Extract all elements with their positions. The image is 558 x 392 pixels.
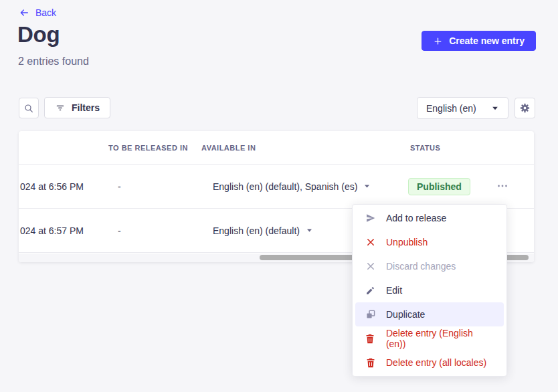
menu-item-unpublish[interactable]: Unpublish	[355, 230, 504, 254]
column-header-status: STATUS	[410, 131, 440, 165]
search-icon	[23, 103, 34, 114]
menu-item-edit[interactable]: Edit	[355, 278, 504, 302]
menu-item-label: Duplicate	[386, 309, 425, 320]
plus-icon	[433, 36, 443, 46]
cell-date: 024 at 6:57 PM	[20, 209, 84, 252]
column-header-to-be-released-in: TO BE RELEASED IN	[108, 131, 188, 165]
available-in-value: English (en) (default), Spanish (es)	[213, 181, 357, 192]
page-title: Dog	[17, 22, 60, 47]
menu-item-delete-entry-all-locales[interactable]: Delete entry (all locales)	[355, 351, 504, 375]
chevron-down-icon	[363, 183, 371, 190]
cell-available-in[interactable]: English (en) (default), Spanish (es)	[213, 165, 371, 208]
menu-item-label: Delete entry (all locales)	[386, 357, 486, 368]
create-new-entry-button[interactable]: Create new entry	[422, 31, 536, 51]
locale-select[interactable]: English (en)	[417, 97, 508, 119]
available-in-value: English (en) (default)	[213, 225, 300, 236]
menu-item-add-to-release[interactable]: Add to release	[355, 206, 504, 230]
filter-lines-icon	[55, 102, 66, 113]
create-new-entry-label: Create new entry	[449, 35, 525, 46]
menu-item-label: Edit	[386, 285, 402, 296]
menu-item-duplicate[interactable]: Duplicate	[355, 302, 504, 326]
menu-item-discard-changes: Discard changes	[355, 254, 504, 278]
back-link[interactable]: Back	[19, 7, 56, 18]
arrow-left-icon	[19, 7, 29, 18]
back-label: Back	[35, 7, 56, 18]
more-horizontal-icon	[497, 184, 508, 188]
cell-to-be-released-in: -	[118, 209, 121, 252]
cell-to-be-released-in: -	[118, 165, 121, 208]
row-actions-menu: Add to release Unpublish Discard changes…	[352, 204, 507, 377]
locale-selected-value: English (en)	[426, 103, 476, 114]
table-header-row: TO BE RELEASED IN AVAILABLE IN STATUS	[19, 131, 534, 165]
cell-status: Published	[408, 165, 470, 208]
column-header-available-in: AVAILABLE IN	[201, 131, 256, 165]
row-actions-button[interactable]	[487, 176, 518, 196]
entries-count: 2 entries found	[18, 56, 89, 68]
cross-icon	[365, 262, 376, 271]
cell-date: 024 at 6:56 PM	[20, 165, 84, 208]
menu-item-label: Delete entry (English (en))	[386, 328, 494, 349]
table-row[interactable]: 024 at 6:56 PM - English (en) (default),…	[19, 165, 534, 209]
chevron-down-icon	[491, 104, 499, 112]
trash-icon	[365, 334, 376, 344]
menu-item-label: Discard changes	[386, 261, 456, 272]
filters-button[interactable]: Filters	[44, 97, 110, 118]
settings-button[interactable]	[515, 98, 535, 118]
menu-item-label: Add to release	[386, 213, 446, 223]
chevron-down-icon	[306, 227, 313, 234]
filters-label: Filters	[72, 102, 100, 113]
cell-available-in[interactable]: English (en) (default)	[213, 209, 313, 252]
search-button[interactable]	[19, 98, 39, 118]
menu-item-delete-entry-locale[interactable]: Delete entry (English (en))	[355, 326, 504, 351]
menu-item-label: Unpublish	[386, 237, 428, 248]
duplicate-icon	[365, 309, 376, 320]
cross-icon	[365, 237, 376, 247]
trash-icon	[365, 358, 376, 368]
pencil-icon	[365, 286, 376, 296]
gear-icon	[519, 102, 531, 114]
status-badge: Published	[408, 178, 470, 195]
paper-plane-icon	[365, 213, 376, 223]
